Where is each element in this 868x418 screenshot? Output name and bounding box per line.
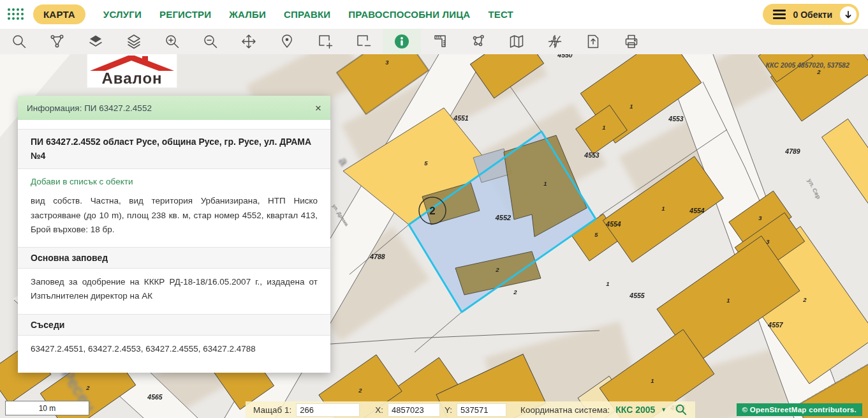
layers-tool-button[interactable] — [115, 29, 153, 54]
nav-item-zhalbi[interactable]: ЖАЛБИ — [229, 9, 266, 20]
crs-value[interactable]: ККС 2005 — [615, 405, 655, 415]
roof-icon — [87, 54, 177, 71]
objects-count-label: 0 Обекти — [793, 10, 832, 20]
parcel-heading: ПИ 63427.2.4552 област Русе, община Русе… — [18, 129, 330, 169]
map-label: 4557 — [767, 321, 784, 329]
y-label: Y: — [445, 405, 452, 415]
layers-filled-tool-button[interactable] — [77, 29, 115, 54]
crs-dropdown-icon[interactable]: ▼ — [661, 407, 666, 413]
map-label: 4555 — [629, 292, 645, 299]
polygon-nodes-icon — [470, 33, 487, 50]
folded-map-icon — [508, 33, 525, 50]
section-header-neighbours: Съседи — [18, 314, 330, 336]
arrow-down-icon — [844, 10, 853, 19]
logo-text: Авалон — [101, 70, 162, 87]
map-toolbar — [0, 29, 868, 54]
x-label: X: — [375, 405, 383, 415]
expand-objects-button[interactable] — [840, 6, 857, 23]
map-label: 1 — [651, 377, 654, 384]
status-bar: Мащаб 1: X: Y: Координатна система: ККС … — [246, 401, 695, 418]
nav-item-test[interactable]: ТЕСТ — [488, 9, 513, 20]
nav-item-karta[interactable]: КАРТА — [33, 4, 85, 24]
map-label: 3 — [758, 214, 762, 221]
transform-tool-button[interactable] — [536, 29, 574, 54]
parcel-details: вид собств. Частна, вид територия Урбани… — [18, 188, 330, 243]
location-pin-icon — [279, 33, 295, 50]
map-label: 3 — [766, 238, 770, 245]
order-text: Заповед за одобрение на КККР РД-18-18/16… — [18, 269, 330, 310]
map-label: 4788 — [369, 253, 385, 260]
apps-grid-icon[interactable] — [8, 8, 24, 21]
add-to-objects-link[interactable]: Добави в списък с обекти — [18, 169, 330, 188]
svg-text:2: 2 — [429, 205, 435, 217]
osm-attribution[interactable]: © OpenStreetMap contributors. — [737, 403, 862, 416]
coordinate-axes-icon — [547, 33, 563, 50]
measure-area-tool-button[interactable] — [459, 29, 497, 54]
layers-icon — [126, 33, 142, 50]
popup-header: Информация: ПИ 63427.2.4552 × — [18, 96, 330, 120]
schema-nodes-icon — [49, 33, 66, 50]
nav-item-registri[interactable]: РЕГИСТРИ — [159, 9, 211, 20]
select-remove-tool-button[interactable] — [344, 29, 383, 54]
map-label: 4550 — [557, 54, 573, 59]
map-label: 4554 — [689, 207, 705, 214]
pan-tool-button[interactable] — [230, 29, 268, 54]
printer-icon — [623, 33, 640, 50]
map-label: 4554 — [605, 220, 621, 228]
popup-title: Информация: ПИ 63427.2.4552 — [27, 103, 152, 113]
schema-tool-button[interactable] — [38, 29, 77, 54]
map-label: 1 — [606, 280, 609, 287]
scale-input[interactable] — [296, 403, 360, 417]
map-label: 4789 — [784, 147, 800, 155]
top-navigation: КАРТА УСЛУГИ РЕГИСТРИ ЖАЛБИ СПРАВКИ ПРАВ… — [0, 0, 868, 29]
export-page-icon — [585, 33, 601, 50]
map-label: 4551 — [453, 114, 469, 122]
crs-label: Координатна система: — [520, 405, 610, 415]
nav-item-spravki[interactable]: СПРАВКИ — [284, 9, 330, 20]
map-label: 1 — [543, 180, 547, 187]
export-tool-button[interactable] — [574, 29, 612, 54]
map-label: ККС 2005 4857020, 537582 — [766, 61, 850, 69]
map-label: 1 — [726, 297, 730, 304]
zoom-in-icon — [164, 33, 180, 50]
map-label: 2 — [816, 68, 821, 75]
y-coordinate-input[interactable] — [457, 403, 506, 417]
nav-item-uslugi[interactable]: УСЛУГИ — [103, 9, 142, 20]
search-tool-button[interactable] — [0, 29, 38, 54]
select-add-tool-button[interactable] — [306, 29, 344, 54]
map-label: 2 — [495, 266, 499, 273]
coordinate-search-icon[interactable] — [675, 403, 688, 416]
layers-filled-icon — [87, 33, 104, 50]
close-icon[interactable]: × — [315, 103, 321, 114]
map-label: 4553 — [584, 151, 600, 159]
measure-tool-button[interactable] — [421, 29, 459, 54]
objects-list-button[interactable]: 0 Обекти — [763, 4, 859, 25]
scale-bar: 10 m — [5, 401, 89, 415]
nav-item-pravosposobni-lica[interactable]: ПРАВОСПОСОБНИ ЛИЦА — [348, 9, 470, 20]
map-label: 3 — [385, 59, 389, 66]
map-label: 1 — [661, 205, 665, 212]
map-tool-button[interactable] — [497, 29, 536, 54]
search-icon — [11, 33, 27, 50]
avalon-logo: Авалон — [87, 54, 177, 87]
map-label: 2 — [358, 387, 362, 394]
scale-label: Мащаб 1: — [253, 405, 291, 415]
map-label: 4553 — [668, 115, 684, 123]
ruler-icon — [432, 33, 448, 50]
neighbours-text: 63427.2.4551, 63427.2.4553, 63427.2.4555… — [18, 336, 330, 362]
location-tool-button[interactable] — [268, 29, 306, 54]
zoom-out-icon — [202, 33, 219, 50]
zoom-in-tool-button[interactable] — [153, 29, 191, 54]
info-popup: Информация: ПИ 63427.2.4552 × ПИ 63427.2… — [18, 96, 330, 373]
map-label: 4565 — [147, 393, 163, 401]
pan-arrows-icon — [240, 33, 257, 50]
map-label: 4552 — [495, 214, 511, 221]
popup-body: ПИ 63427.2.4552 област Русе, община Русе… — [18, 120, 330, 373]
map-label: 1 — [602, 124, 605, 131]
x-coordinate-input[interactable] — [388, 403, 440, 417]
print-tool-button[interactable] — [612, 29, 651, 54]
select-area-add-icon — [317, 33, 334, 50]
info-tool-button[interactable] — [383, 29, 421, 54]
zoom-out-tool-button[interactable] — [191, 29, 230, 54]
map-label: 5 — [594, 231, 598, 238]
